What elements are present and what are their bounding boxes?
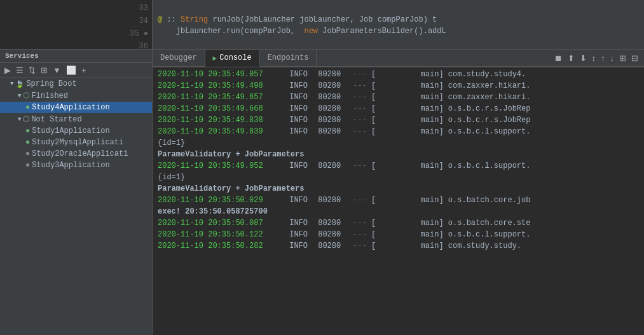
log-entry: 2020-11-10 20:35:50.282 INFO 80280 --- [… xyxy=(153,240,644,252)
finished-icon: ⬡ xyxy=(23,91,29,100)
scroll-down-button[interactable]: ⬇ xyxy=(578,52,589,64)
sidebar-item-study2mysql[interactable]: ● Study2MysqlApplicati xyxy=(0,137,152,148)
app-icon: ● xyxy=(25,126,30,135)
list-view-button[interactable]: ☰ xyxy=(14,64,25,76)
add-button[interactable]: + xyxy=(79,64,88,76)
line-numbers: 33 34 35 ● 36 xyxy=(0,0,153,49)
tree-area: ▼ 🍃 Spring Boot ▼ ⬡ Finished ● Study4App… xyxy=(0,78,152,335)
log-plain-id2: {id=1} xyxy=(153,172,644,183)
study4-label: Study4Application xyxy=(32,103,109,112)
run-button[interactable]: ▶ xyxy=(3,64,13,76)
app-icon: ● xyxy=(25,138,30,147)
sidebar-item-study3[interactable]: ● Study3Application xyxy=(0,160,152,171)
sidebar: Services ▶ ☰ ⇅ ⊞ ▼ ⬜ + ▼ 🍃 Spring Boot ▼… xyxy=(0,50,153,335)
endpoints-label: Endpoints xyxy=(268,53,309,62)
log-entry: 2020-11-10 20:35:50.087 INFO 80280 --- [… xyxy=(153,217,644,229)
layout-button[interactable]: ⊟ xyxy=(629,52,640,64)
log-entry: 2020-11-10 20:35:49.838 INFO 80280 --- [… xyxy=(153,114,644,126)
main-area: Services ▶ ☰ ⇅ ⊞ ▼ ⬜ + ▼ 🍃 Spring Boot ▼… xyxy=(0,50,644,335)
tab-endpoints[interactable]: Endpoints xyxy=(260,50,317,66)
sort-button[interactable]: ⇅ xyxy=(27,64,38,76)
study2oracle-label: Study2OracleApplicati xyxy=(32,149,128,158)
code-preview: @ :: String runJob(JobLauncher jobLaunch… xyxy=(153,0,644,49)
console-output[interactable]: 2020-11-10 20:35:49.057 INFO 80280 --- [… xyxy=(153,67,644,335)
log-entry: 2020-11-10 20:35:50.029 INFO 80280 --- [… xyxy=(153,195,644,206)
soft-wrap-button[interactable]: ↕ xyxy=(590,52,598,64)
tab-bar: Debugger ▶ Console Endpoints ⏹ ⬆ ⬇ ↕ ↑ ↓… xyxy=(153,50,644,67)
group-button[interactable]: ⊞ xyxy=(39,64,50,76)
log-plain-param: ParameValidatory + JobParameters xyxy=(153,149,644,160)
filter-button[interactable]: ↓ xyxy=(608,52,617,64)
log-entry: 2020-11-10 20:35:49.668 INFO 80280 --- [… xyxy=(153,103,644,114)
sidebar-item-finished[interactable]: ▼ ⬡ Finished xyxy=(0,90,152,102)
not-started-icon: ⬡ xyxy=(23,114,29,124)
log-plain-param2: ParameValidatory + JobParameters xyxy=(153,183,644,195)
sidebar-item-study4[interactable]: ● Study4Application xyxy=(0,102,152,113)
tab-debugger[interactable]: Debugger xyxy=(153,50,205,66)
study3-label: Study3Application xyxy=(32,161,109,170)
log-entry: 2020-11-10 20:35:49.839 INFO 80280 --- [… xyxy=(153,126,644,137)
filter-button[interactable]: ▼ xyxy=(51,64,63,76)
services-header: Services xyxy=(0,50,152,63)
console-run-icon: ▶ xyxy=(213,54,217,62)
app-run-icon: ● xyxy=(25,103,30,112)
sidebar-item-study1[interactable]: ● Study1Application xyxy=(0,125,152,137)
debugger-label: Debugger xyxy=(160,53,197,62)
finished-label: Finished xyxy=(31,92,68,100)
sidebar-item-not-started[interactable]: ▼ ⬡ Not Started xyxy=(0,113,152,125)
right-panel: Debugger ▶ Console Endpoints ⏹ ⬆ ⬇ ↕ ↑ ↓… xyxy=(153,50,644,335)
console-toolbar: ⏹ ⬆ ⬇ ↕ ↑ ↓ ⊞ ⊟ xyxy=(552,52,645,64)
study1-label: Study1Application xyxy=(32,126,109,135)
log-plain-id: {id=1} xyxy=(153,137,644,149)
study2mysql-label: Study2MysqlApplicati xyxy=(32,138,123,147)
sidebar-item-study2oracle[interactable]: ● Study2OracleApplicati xyxy=(0,148,152,160)
app-icon: ● xyxy=(25,149,30,158)
not-started-label: Not Started xyxy=(31,115,81,124)
sidebar-item-spring-boot[interactable]: ▼ 🍃 Spring Boot xyxy=(0,78,152,90)
spring-icon: 🍃 xyxy=(15,80,24,88)
settings-button[interactable]: ⊞ xyxy=(617,52,628,64)
app-icon: ● xyxy=(25,161,30,170)
editor-preview-bar: 33 34 35 ● 36 @ :: String runJob(JobLaun… xyxy=(0,0,644,50)
collapse-button[interactable]: ⬜ xyxy=(64,64,78,76)
console-label: Console xyxy=(219,53,251,62)
log-entry: 2020-11-10 20:35:50.122 INFO 80280 --- [… xyxy=(153,229,644,240)
log-entry: 2020-11-10 20:35:49.057 INFO 80280 --- [… xyxy=(153,69,644,80)
spring-boot-label: Spring Boot xyxy=(26,79,76,88)
log-exec: exec! 20:35:50.058725700 xyxy=(153,206,644,217)
sidebar-toolbar: ▶ ☰ ⇅ ⊞ ▼ ⬜ + xyxy=(0,63,152,78)
clear-button[interactable]: ↑ xyxy=(599,52,607,64)
scroll-up-button[interactable]: ⬆ xyxy=(566,52,577,64)
expand-icon: ▼ xyxy=(18,116,21,123)
log-entry: 2020-11-10 20:35:49.952 INFO 80280 --- [… xyxy=(153,160,644,172)
stop-button[interactable]: ⏹ xyxy=(552,52,565,64)
expand-icon: ▼ xyxy=(10,81,13,87)
expand-icon: ▼ xyxy=(18,93,21,99)
log-entry: 2020-11-10 20:35:49.657 INFO 80280 --- [… xyxy=(153,92,644,103)
tab-console[interactable]: ▶ Console xyxy=(205,50,260,67)
log-entry: 2020-11-10 20:35:49.498 INFO 80280 --- [… xyxy=(153,80,644,92)
